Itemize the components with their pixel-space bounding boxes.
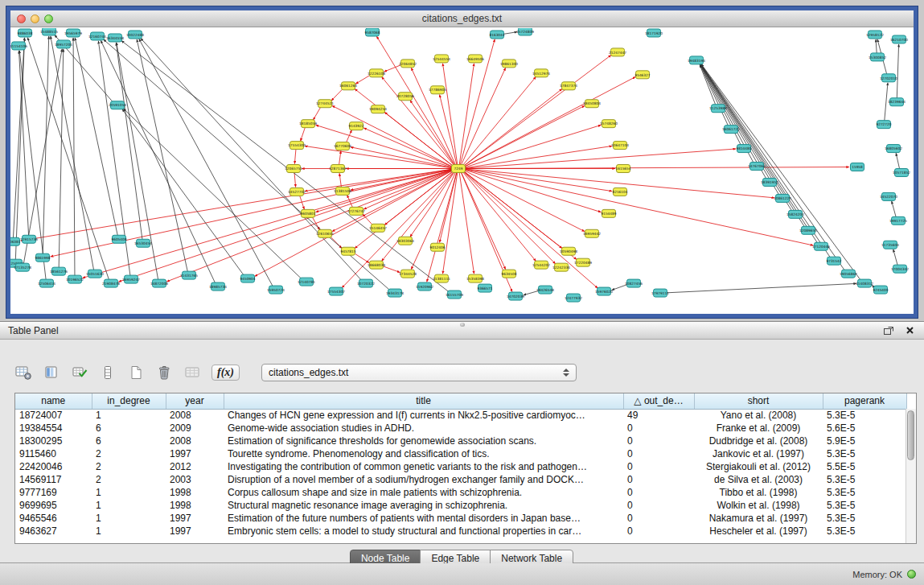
graph-node[interactable]: 11381506 [334, 187, 351, 195]
graph-node[interactable]: 10861224 [774, 194, 791, 202]
table-panel-header[interactable]: Table Panel [0, 322, 924, 340]
graph-node[interactable]: 16210700 [890, 35, 908, 43]
table-cell[interactable]: 9699695 [15, 499, 92, 512]
table-cell[interactable]: Jankovic et al. (1997) [694, 447, 823, 460]
table-cell[interactable]: Stergiakouli et al. (2012) [694, 460, 823, 473]
graph-node[interactable]: 19565979 [64, 29, 82, 37]
table-cell[interactable]: 5.3E-5 [823, 447, 906, 460]
table-cell[interactable]: Estimation of significance thresholds fo… [224, 435, 623, 447]
graph-node[interactable]: 12958122 [866, 31, 884, 39]
table-cell[interactable]: Disruption of a novel member of a sodium… [224, 473, 623, 486]
table-cell[interactable]: 5.3E-5 [823, 486, 906, 499]
graph-node[interactable]: 17979111 [651, 289, 669, 297]
graph-node[interactable]: 15824204 [786, 210, 804, 218]
graph-node[interactable]: 9450904 [240, 274, 255, 282]
graph-node[interactable]: 10827456 [625, 279, 643, 287]
graph-node[interactable]: 15358398 [466, 274, 484, 282]
table-cell[interactable]: Changes of HCN gene expression and I(f) … [224, 409, 623, 422]
graph-node[interactable]: 1615654 [615, 165, 630, 173]
table-row[interactable]: 946362711997Embryonic stem cells: a mode… [15, 525, 906, 538]
table-cell[interactable]: 2003 [166, 473, 224, 486]
panel-drag-grip-icon[interactable] [460, 323, 465, 327]
table-row[interactable]: 946554611997Estimation of the future num… [15, 512, 906, 525]
graph-node[interactable]: 17554307 [327, 287, 345, 295]
table-cell[interactable]: 9777169 [15, 486, 92, 499]
table-cell[interactable]: de Silva et al. (2003) [694, 473, 823, 486]
graph-node[interactable]: 20591058 [109, 101, 126, 109]
window-titlebar[interactable]: citations_edges.txt [10, 10, 914, 27]
graph-node[interactable]: 12477932 [565, 294, 582, 302]
graph-node[interactable]: 9814480 [736, 145, 751, 153]
graph-node[interactable]: 9587068 [364, 28, 380, 36]
row-list-icon[interactable] [99, 364, 117, 381]
float-panel-icon[interactable] [882, 325, 895, 336]
table-row[interactable]: 1872400712008Changes of HCN gene express… [15, 409, 906, 422]
table-cell[interactable]: 0 [623, 422, 694, 435]
table-cell[interactable]: 0 [623, 486, 694, 499]
graph-node[interactable]: 12544202 [532, 261, 550, 269]
table-cell[interactable]: 0 [623, 460, 694, 473]
table-cell[interactable]: 2008 [166, 409, 224, 422]
table-cell[interactable]: 5.5E-5 [823, 460, 906, 473]
graph-node[interactable]: 22064852 [399, 60, 417, 68]
graph-node-hub[interactable]: 7249 [452, 165, 466, 173]
graph-node[interactable]: 12702010 [880, 74, 897, 82]
table-cell[interactable]: 2012 [166, 460, 224, 473]
table-cell[interactable]: Tourette syndrome. Phenomenology and cla… [224, 447, 623, 460]
table-cell[interactable]: Wolkin et al. (1998) [694, 499, 823, 512]
table-cell[interactable]: 2 [92, 473, 166, 486]
table-cell[interactable]: 5.3E-5 [823, 512, 906, 525]
graph-node[interactable]: 12089654 [799, 226, 817, 234]
graph-node[interactable]: 15958 [851, 163, 864, 171]
graph-node[interactable]: 19861300 [500, 60, 518, 68]
graph-node[interactable]: 18391952 [761, 178, 778, 186]
table-cell[interactable]: 5.9E-5 [823, 435, 906, 447]
graph-node[interactable]: 11381111 [433, 274, 450, 282]
graph-node[interactable]: 19917725 [889, 216, 907, 225]
new-document-icon[interactable] [127, 364, 145, 381]
table-cell[interactable]: 5.3E-5 [823, 525, 906, 538]
table-row[interactable]: 2242004622012Investigating the contribut… [15, 460, 906, 473]
graph-node[interactable]: 12610651 [316, 229, 334, 237]
graph-node[interactable]: 11253980 [709, 105, 727, 113]
graph-node[interactable]: 21908478 [102, 279, 120, 287]
table-cell[interactable]: 1998 [166, 486, 224, 499]
table-cell[interactable]: 1997 [166, 447, 224, 460]
graph-node[interactable]: 18185059 [299, 120, 317, 128]
table-cell[interactable]: 1 [92, 499, 166, 512]
graph-node[interactable]: 16805602 [885, 145, 902, 153]
graph-node[interactable]: 9012406 [429, 243, 445, 251]
graph-node[interactable]: 15976020 [595, 287, 613, 295]
graph-node[interactable]: 17344528 [399, 270, 417, 278]
graph-node[interactable]: 12744521 [316, 100, 334, 108]
table-cell[interactable]: 0 [623, 499, 694, 512]
table-cell[interactable]: 9465546 [15, 512, 92, 525]
graph-node[interactable]: 18957204 [55, 40, 72, 48]
graph-node[interactable]: 9806381 [10, 237, 21, 245]
delete-icon[interactable] [155, 364, 173, 381]
graph-node[interactable]: 10196522 [66, 275, 84, 283]
table-cell[interactable]: 0 [623, 512, 694, 525]
graph-node[interactable]: 17847374 [560, 82, 577, 90]
table-row[interactable]: 969969511998Structural magnetic resonanc… [15, 499, 906, 512]
table-cell[interactable]: 18300295 [15, 435, 92, 447]
graph-node[interactable]: 17120446 [812, 242, 830, 250]
table-cell[interactable]: 18724007 [15, 409, 92, 422]
graph-node[interactable]: 11920962 [416, 282, 433, 290]
column-header[interactable]: name [15, 393, 92, 409]
table-gear-icon[interactable] [14, 364, 32, 381]
graph-node[interactable]: 11408312 [856, 279, 873, 287]
graph-node[interactable]: 9154489 [601, 209, 616, 217]
table-cell[interactable]: 5.6E-5 [823, 422, 906, 435]
table-selector-dropdown[interactable]: citations_edges.txt [261, 364, 577, 381]
table-cell[interactable]: 0 [623, 435, 694, 447]
table-row[interactable]: 977716911998Corpus callosum shape and si… [15, 486, 906, 499]
table-cell[interactable]: 19384554 [15, 422, 92, 435]
network-graph[interactable]: 7249161565482161049154489169594421059049… [10, 28, 914, 314]
table-cell[interactable]: 1997 [166, 525, 224, 538]
column-header[interactable]: title [224, 393, 623, 409]
table-cell[interactable]: 1 [92, 525, 166, 538]
graph-node[interactable]: 14522070 [880, 192, 897, 200]
table-cell[interactable]: Corpus callosum shape and size in male p… [224, 486, 623, 499]
graph-node[interactable]: 12242334 [552, 263, 570, 271]
